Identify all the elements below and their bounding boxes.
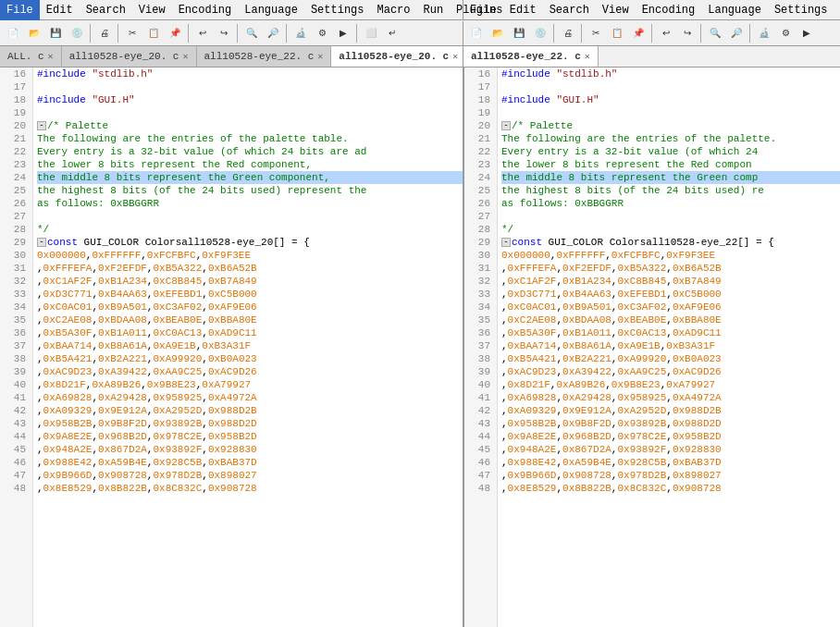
tb-open-left[interactable]: 📂 [24,23,44,43]
right-code-area[interactable]: 16 17 18 19 20 21 22 23 24 25 26 27 28 2… [464,68,840,627]
code-line: ,0xC0AC01,0xB9A501,0xC3AF02,0xAF9E06 [501,301,840,314]
collapse-btn[interactable]: - [37,238,46,247]
tab-close[interactable]: ✕ [317,51,323,62]
code-line: 0x000000,0xFFFFFF,0xFCFBFC,0xF9F3EE [37,249,463,262]
tb-macro-right[interactable]: ⚙ [775,23,796,43]
tb-saveall-left[interactable]: 💿 [67,23,87,43]
ln: 23 [464,158,493,171]
ln: 37 [464,339,493,352]
menu-search-right[interactable]: Search [543,0,596,20]
tb-replace-right[interactable]: 🔎 [726,23,747,43]
tb-sep-r5 [749,24,751,43]
menu-settings-right[interactable]: Settings [768,0,834,20]
ln: 42 [0,404,29,417]
tb-sep1 [90,24,92,43]
code-line: -const GUI_COLOR Colorsall10528-eye_22[]… [501,236,840,249]
collapse-btn[interactable]: - [37,121,46,130]
code-line: ,0xA69828,0xA29428,0x958925,0xA4972A [501,391,840,404]
tb-paste-left[interactable]: 📌 [165,23,185,43]
tb-save-right[interactable]: 💾 [509,23,529,43]
tab-eye-22-a[interactable]: all10528-eye_22. c ✕ [197,46,332,67]
tb-copy-left[interactable]: 📋 [143,23,164,43]
tab-all-c[interactable]: ALL. c ✕ [0,46,62,67]
ln: 36 [464,326,493,339]
menu-edit-left[interactable]: Edit [40,0,80,20]
ln: 27 [464,210,493,223]
ln: 22 [464,145,493,158]
code-line: ,0xFFFEFA,0xF2EFDF,0xB5A322,0xB6A52B [501,262,840,275]
menu-macro-left[interactable]: Macro [370,0,416,20]
tab-eye-20-a[interactable]: all10528-eye_20. c ✕ [62,46,197,67]
tb-redo-left[interactable]: ↪ [214,23,234,43]
menu-language-left[interactable]: Language [238,0,304,20]
tab-close[interactable]: ✕ [585,51,590,62]
tb-replace-left[interactable]: 🔎 [263,23,283,43]
menu-encoding-left[interactable]: Encoding [172,0,239,20]
tb-undo-left[interactable]: ↩ [192,23,213,43]
code-line: the middle 8 bits represent the Green co… [37,171,463,184]
left-code-area[interactable]: 16 17 18 19 20 21 22 23 24 25 26 27 28 2… [0,68,463,627]
code-line: ,0x948A2E,0x867D2A,0x93892F,0x928830 [37,443,463,456]
ln: 21 [0,132,29,145]
ln: 18 [464,93,493,106]
tb-zoom-left[interactable]: 🔬 [290,23,311,43]
collapse-btn[interactable]: - [501,238,511,247]
tb-copy-right[interactable]: 📋 [607,23,627,43]
tb-save-left[interactable]: 💾 [45,23,66,43]
tb-split-left[interactable]: ⬜ [361,23,381,43]
code-line [501,80,840,93]
tab-label: ALL. c [7,51,44,62]
tb-cut-left[interactable]: ✂ [122,23,142,43]
ln: 18 [0,93,29,106]
ln: 40 [0,378,29,391]
code-line: ,0xD3C771,0xB4AA63,0xEFEBD1,0xC5B000 [37,288,463,301]
tab-close[interactable]: ✕ [452,51,458,62]
menu-settings-left[interactable]: Settings [304,0,371,20]
tb-sep4 [237,24,239,43]
menu-encoding-right[interactable]: Encoding [636,0,702,20]
collapse-btn[interactable]: - [501,121,511,130]
tab-label: all10528-eye_20. c [69,51,179,62]
tb-print-left[interactable]: 🖨 [94,23,115,43]
code-line: ,0x8E8529,0x8B822B,0x8C832C,0x908728 [37,482,463,495]
ln: 19 [0,106,29,119]
tb-run-left[interactable]: ▶ [333,23,353,43]
tab-close[interactable]: ✕ [48,51,54,62]
tb-print-right[interactable]: 🖨 [558,23,578,43]
tb-macro-left[interactable]: ⚙ [312,23,332,43]
tb-saveall-right[interactable]: 💿 [530,23,550,43]
tb-wordwrap-left[interactable]: ↵ [382,23,402,43]
menu-edit-right[interactable]: Edit [503,0,543,20]
right-toolbar: 📄 📂 💾 💿 🖨 ✂ 📋 📌 ↩ ↪ 🔍 🔎 🔬 ⚙ ▶ [463,21,840,45]
menu-macro-right[interactable]: Macro [834,0,840,20]
tb-undo-right[interactable]: ↩ [656,23,676,43]
tb-new-left[interactable]: 📄 [3,23,23,43]
menu-file-left[interactable]: File [0,0,40,20]
tab-label: all10528-eye_22. c [471,51,581,62]
menu-file-right[interactable]: File [463,0,503,20]
menu-view-right[interactable]: View [596,0,636,20]
tab-eye-20-b[interactable]: all10528-eye_20. c ✕ [331,46,463,67]
tab-close[interactable]: ✕ [182,51,188,62]
ln: 29 [0,236,29,249]
menu-run-left[interactable]: Run [417,0,451,20]
tb-run-right[interactable]: ▶ [797,23,817,43]
tb-redo-right[interactable]: ↪ [677,23,698,43]
menu-view-left[interactable]: View [132,0,172,20]
tab-eye-22-b[interactable]: all10528-eye_22. c ✕ [463,46,599,67]
menu-search-left[interactable]: Search [80,0,132,20]
ln: 16 [0,68,29,80]
ln: 16 [464,68,493,80]
tb-find-left[interactable]: 🔍 [241,23,262,43]
ln: 24 [464,171,493,184]
ln: 31 [0,262,29,275]
tb-cut-right[interactable]: ✂ [586,23,606,43]
tb-zoom-right[interactable]: 🔬 [754,23,774,43]
ln: 22 [0,145,29,158]
tb-find-right[interactable]: 🔍 [705,23,725,43]
tb-paste-right[interactable]: 📌 [628,23,649,43]
code-line: -/* Palette [501,119,840,132]
tb-new-right[interactable]: 📄 [466,23,487,43]
menu-language-right[interactable]: Language [701,0,768,20]
tb-open-right[interactable]: 📂 [488,23,508,43]
